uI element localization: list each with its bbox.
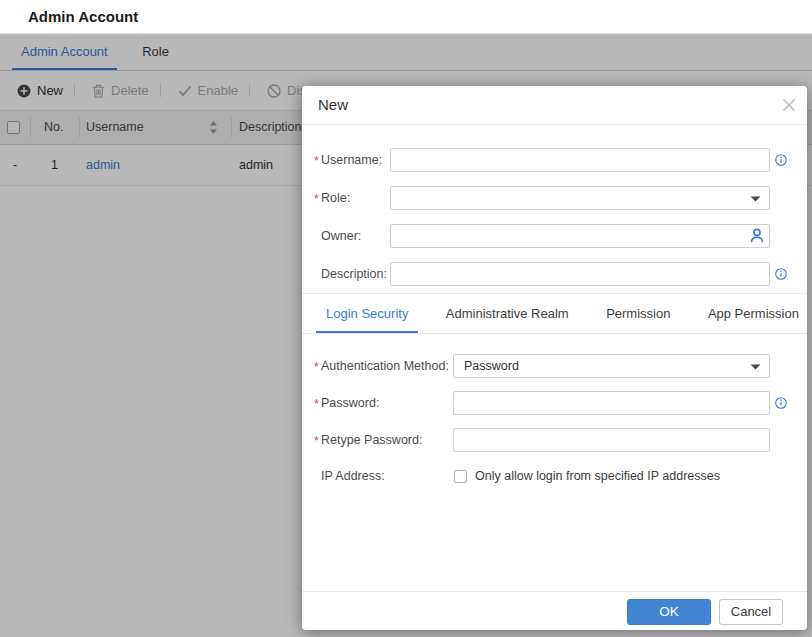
- authentication-method-label: Authentication Method:: [321, 354, 449, 378]
- username-label: Username:: [321, 148, 382, 172]
- description-row: Description:: [302, 262, 807, 286]
- tab-app-permission[interactable]: App Permission: [698, 294, 809, 333]
- password-input[interactable]: [453, 391, 770, 415]
- ok-button[interactable]: OK: [627, 599, 711, 625]
- password-row: * Password:: [302, 391, 807, 415]
- tab-administrative-realm[interactable]: Administrative Realm: [436, 294, 579, 333]
- owner-input[interactable]: [390, 224, 770, 248]
- role-label: Role:: [321, 186, 350, 210]
- username-row: * Username:: [302, 148, 807, 172]
- ip-address-label: IP Address:: [321, 464, 385, 488]
- required-marker: *: [314, 187, 319, 211]
- retype-password-label: Retype Password:: [321, 428, 422, 452]
- page-title: Admin Account: [28, 0, 138, 33]
- new-dialog: New * Username: * Role: Owner: Descripti…: [302, 86, 807, 630]
- dialog-title: New: [318, 86, 348, 124]
- ip-address-row: IP Address: Only allow login from specif…: [302, 464, 807, 488]
- info-icon[interactable]: [775, 397, 787, 409]
- tab-login-security[interactable]: Login Security: [316, 294, 418, 333]
- authentication-method-row: * Authentication Method: Password: [302, 354, 807, 378]
- ip-restriction-checkbox-label: Only allow login from specified IP addre…: [475, 464, 720, 488]
- authentication-method-value: Password: [464, 355, 519, 377]
- username-input[interactable]: [390, 148, 770, 172]
- role-row: * Role:: [302, 186, 807, 210]
- authentication-method-select[interactable]: Password: [453, 354, 770, 378]
- person-icon[interactable]: [750, 228, 764, 243]
- password-label: Password:: [321, 391, 379, 415]
- caret-down-icon: [750, 364, 761, 370]
- info-icon[interactable]: [775, 154, 787, 166]
- page-titlebar: Admin Account: [0, 0, 812, 34]
- owner-row: Owner:: [302, 224, 807, 248]
- required-marker: *: [314, 429, 319, 453]
- description-input[interactable]: [390, 262, 770, 286]
- screen: Admin Account Admin Account Role New Del…: [0, 0, 812, 637]
- caret-down-icon: [750, 196, 761, 202]
- dialog-footer-divider: [302, 591, 807, 592]
- tab-permission[interactable]: Permission: [596, 294, 680, 333]
- dialog-header-divider: [302, 124, 807, 125]
- required-marker: *: [314, 149, 319, 173]
- retype-password-row: * Retype Password:: [302, 428, 807, 452]
- cancel-button[interactable]: Cancel: [719, 599, 783, 625]
- owner-label: Owner:: [321, 224, 361, 248]
- ip-restriction-checkbox[interactable]: [454, 470, 467, 483]
- info-icon[interactable]: [775, 268, 787, 280]
- role-select[interactable]: [390, 186, 770, 210]
- description-label: Description:: [321, 262, 387, 286]
- required-marker: *: [314, 355, 319, 379]
- close-icon[interactable]: [781, 97, 797, 113]
- required-marker: *: [314, 392, 319, 416]
- dialog-tab-bar: Login Security Administrative Realm Perm…: [302, 294, 807, 334]
- retype-password-input[interactable]: [453, 428, 770, 452]
